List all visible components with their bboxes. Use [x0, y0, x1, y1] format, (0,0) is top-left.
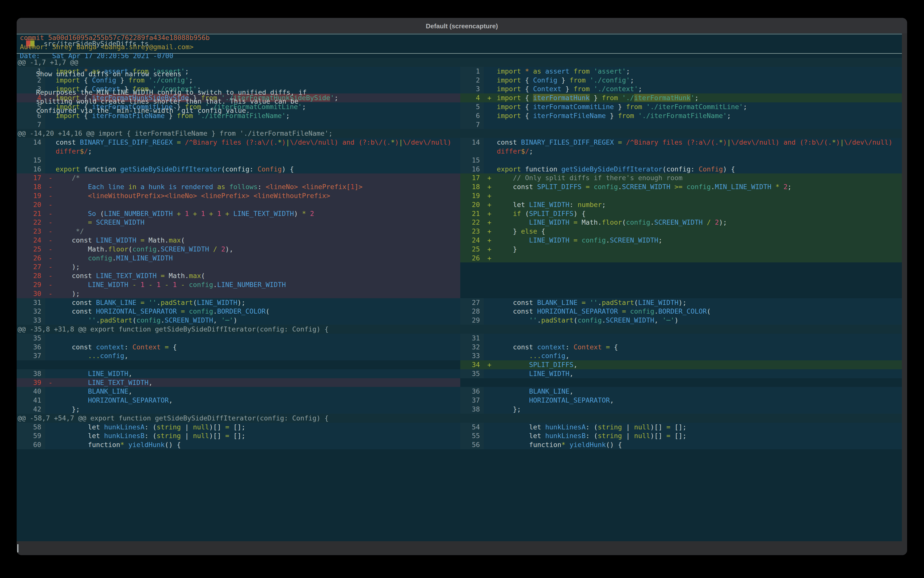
diff-row: 37 ...config,33 ...config,: [17, 351, 902, 360]
line-number: 25: [460, 245, 484, 254]
diff-marker: [484, 387, 497, 396]
line-number: 20: [460, 200, 484, 209]
code-text: HORIZONTAL_SEPARATOR,: [497, 396, 902, 405]
code-text: = SCREEN_WIDTH: [56, 218, 460, 227]
diff-marker: [45, 147, 56, 156]
diff-left-ctx: 15: [17, 156, 460, 165]
line-number: 38: [17, 369, 45, 378]
line-number: 37: [17, 351, 45, 360]
line-number: 21: [460, 209, 484, 218]
diff-left-del: 22- = SCREEN_WIDTH: [17, 218, 460, 227]
line-number: 25: [17, 245, 45, 254]
diff-left-ctx: 16export function getSideBySideDiffItera…: [17, 165, 460, 174]
diff-row: 23- */23+ } else {: [17, 227, 902, 236]
diff-marker: [45, 316, 56, 325]
diff-row: 19- <lineWithoutPrefix><lineNo> <linePre…: [17, 192, 902, 200]
code-text: }: [497, 245, 902, 254]
code-text: */: [56, 227, 460, 236]
line-number: 18: [460, 182, 484, 192]
line-number: 26: [17, 254, 45, 263]
code-text: const HORIZONTAL_SEPARATOR = config.BORD…: [497, 307, 902, 316]
diff-right-ctx: 28 const HORIZONTAL_SEPARATOR = config.B…: [460, 307, 902, 316]
line-number: 27: [460, 298, 484, 307]
diff-marker: -: [45, 378, 56, 387]
diff-marker: [45, 307, 56, 316]
line-number: 19: [460, 192, 484, 200]
diff-left-ctx: 37 ...config,: [17, 351, 460, 360]
diff-right-add: 19+: [460, 192, 902, 200]
line-number: 22: [460, 218, 484, 227]
diff-marker: +: [484, 209, 497, 218]
code-text: LINE_WIDTH,: [497, 369, 902, 378]
diff-left-del: 27- );: [17, 262, 460, 271]
code-text: const BLANK_LINE = ''.padStart(LINE_WIDT…: [56, 298, 460, 307]
diff-marker: +: [484, 245, 497, 254]
line-number: 37: [460, 396, 484, 405]
diff-marker: [45, 298, 56, 307]
diff-row: 18- Each line in a hunk is rendered as f…: [17, 182, 902, 192]
diff-marker: +: [484, 174, 497, 182]
diff-marker: -: [45, 289, 56, 298]
diff-left-del: 26- config.MIN_LINE_WIDTH: [17, 254, 460, 263]
line-number: 31: [460, 334, 484, 343]
diff-right-ctx: 29 ''.padStart(config.SCREEN_WIDTH, '─'): [460, 316, 902, 325]
diff-row: 36 const context: Context = {32 const co…: [17, 343, 902, 352]
line-number: 59: [17, 431, 45, 440]
code-text: ...config,: [56, 351, 460, 360]
diff-row: 22- = SCREEN_WIDTH22+ LINE_WIDTH = Math.…: [17, 218, 902, 227]
line-number: 17: [460, 174, 484, 182]
line-number: 60: [17, 440, 45, 449]
line-number: 20: [17, 200, 45, 209]
screen: { "window": { "title": "Default (screenc…: [0, 0, 924, 578]
diff-right-add: 20+ let LINE_WIDTH: number;: [460, 200, 902, 209]
code-text: const LINE_WIDTH = Math.max(: [56, 236, 460, 245]
diff-right-ctx: 15: [460, 156, 902, 165]
diff-left-del: 17- /*: [17, 174, 460, 182]
diff-left-ctx: 31 const BLANK_LINE = ''.padStart(LINE_W…: [17, 298, 460, 307]
commit-line: Author: Shrey Banga <banga.shrey@gmail.c…: [17, 42, 902, 52]
diff-marker: [45, 156, 56, 165]
line-number: 30: [17, 289, 45, 298]
code-text: ...config,: [497, 351, 902, 360]
diff-right-fil: [460, 280, 902, 289]
line-number: 58: [17, 423, 45, 432]
commit-line: Date: Sat Apr 17 20:20:56 2021 -0700: [17, 52, 902, 61]
diff-row: 41 HORIZONTAL_SEPARATOR,37 HORIZONTAL_SE…: [17, 396, 902, 405]
diff-row: 29- LINE_WIDTH - 1 - 1 - 1 - config.LINE…: [17, 280, 902, 289]
diff-marker: [484, 165, 497, 174]
diff-row: 1515: [17, 156, 902, 165]
diff-marker: [484, 334, 497, 343]
diff-row: 31 const BLANK_LINE = ''.padStart(LINE_W…: [17, 298, 902, 307]
line-number: 28: [17, 271, 45, 280]
diff-right-add: 25+ }: [460, 245, 902, 254]
diff-marker: -: [45, 280, 56, 289]
code-text: const SPLIT_DIFFS = config.SCREEN_WIDTH …: [497, 182, 902, 192]
diff-marker: [484, 156, 497, 165]
diff-right-fil: [460, 262, 902, 271]
diff-marker: [45, 334, 56, 343]
line-number: 23: [460, 227, 484, 236]
titlebar[interactable]: Default (screencapture): [17, 18, 907, 33]
line-number: 31: [17, 298, 45, 307]
commit-line: configured via the `min-line-width` git …: [17, 106, 902, 115]
diff-left-ctx: 33 ''.padStart(config.SCREEN_WIDTH, '─'): [17, 316, 460, 325]
code-text: let hunkLinesA: (string | null)[] = [];: [56, 423, 460, 432]
hunk-header: @@ -58,7 +54,7 @@ export function getSid…: [17, 414, 902, 423]
diff-right-ctx: 32 const context: Context = {: [460, 343, 902, 352]
terminal-content: commit 5a00d16095a255b57c762289fa434e180…: [17, 33, 902, 541]
line-number: 35: [460, 369, 484, 378]
diff-right-ctx: 36 BLANK_LINE,: [460, 387, 902, 396]
code-text: BLANK_LINE,: [497, 387, 902, 396]
diff-row: 42 };38 };: [17, 405, 902, 414]
diff-row: 33 ''.padStart(config.SCREEN_WIDTH, '─')…: [17, 316, 902, 325]
code-text: LINE_WIDTH - 1 - 1 - 1 - config.LINE_NUM…: [56, 280, 460, 289]
line-number: 56: [460, 440, 484, 449]
diff-right-ctx: 31: [460, 334, 902, 343]
code-text: // Only split diffs if there's enough ro…: [497, 174, 902, 182]
diff-right-add: 17+ // Only split diffs if there's enoug…: [460, 174, 902, 182]
diff-marker: [484, 423, 497, 432]
line-number: [460, 147, 484, 156]
code-text: <lineWithoutPrefix><lineNo> <linePrefix>…: [56, 192, 460, 200]
diff-marker: [45, 387, 56, 396]
code-text: function* yieldHunk() {: [497, 440, 902, 449]
